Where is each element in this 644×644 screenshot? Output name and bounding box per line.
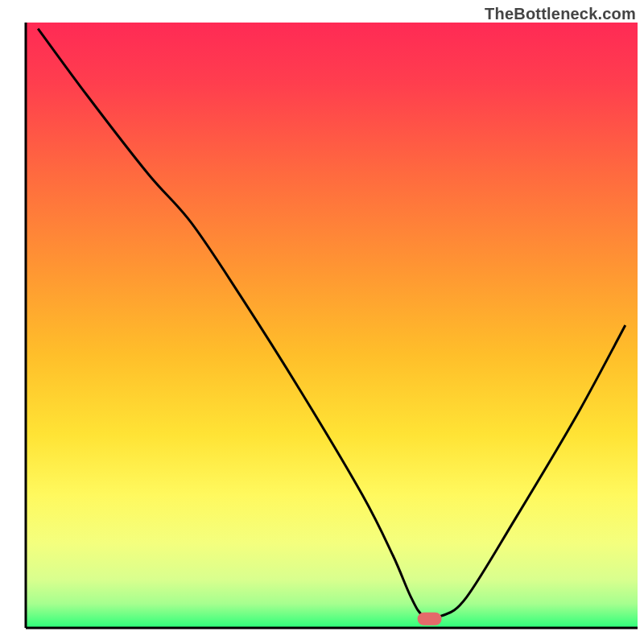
watermark-text: TheBottleneck.com xyxy=(485,5,636,23)
plot-background xyxy=(26,23,638,628)
optimal-marker xyxy=(418,613,442,625)
bottleneck-chart xyxy=(0,0,644,644)
